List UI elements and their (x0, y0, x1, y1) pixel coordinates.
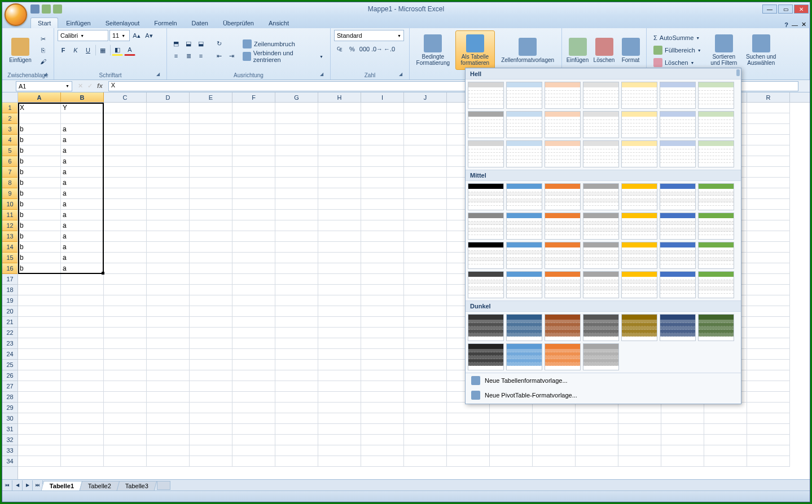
cell[interactable] (61, 435, 104, 445)
cell[interactable] (318, 274, 361, 285)
cell[interactable] (404, 188, 447, 199)
row-header[interactable]: 20 (2, 306, 17, 317)
cell[interactable] (190, 167, 232, 178)
table-style-thumbnail[interactable] (621, 183, 657, 210)
cell[interactable] (361, 113, 404, 124)
cell[interactable] (104, 360, 147, 370)
cell[interactable]: b (18, 253, 61, 263)
cell[interactable] (147, 285, 190, 295)
insert-cells-button[interactable]: Einfügen (565, 30, 590, 70)
cell[interactable] (318, 167, 361, 178)
increase-decimal-icon[interactable]: .0→ (371, 43, 383, 55)
merge-center-button[interactable]: Verbinden und zentrieren▼ (239, 50, 327, 63)
cell[interactable]: a (61, 220, 104, 231)
cell[interactable] (275, 113, 318, 124)
cell[interactable] (361, 370, 404, 381)
borders-icon[interactable]: ▦ (97, 45, 108, 56)
sort-filter-button[interactable]: Sortieren und Filtern (707, 30, 741, 70)
cell[interactable] (18, 113, 61, 124)
cell[interactable] (190, 242, 232, 253)
cell[interactable] (147, 178, 190, 188)
cell[interactable] (404, 113, 447, 124)
cell[interactable] (318, 328, 361, 338)
cell[interactable] (747, 381, 790, 392)
cell[interactable] (275, 424, 318, 435)
cell[interactable] (275, 413, 318, 424)
cell[interactable]: a (61, 242, 104, 253)
cell[interactable]: X (18, 103, 61, 113)
cell[interactable] (747, 156, 790, 167)
table-style-thumbnail[interactable] (468, 111, 504, 138)
cell[interactable] (18, 328, 61, 338)
cell[interactable] (190, 135, 232, 145)
cell[interactable] (104, 445, 147, 456)
cell[interactable] (361, 124, 404, 135)
row-header[interactable]: 13 (2, 231, 17, 242)
cell[interactable] (147, 242, 190, 253)
select-all-corner[interactable] (2, 92, 17, 103)
column-header[interactable]: D (147, 92, 190, 102)
cell[interactable] (61, 295, 104, 306)
cell[interactable] (361, 317, 404, 328)
cell[interactable] (404, 199, 447, 210)
cell[interactable]: a (61, 178, 104, 188)
cell[interactable] (275, 349, 318, 360)
cell[interactable] (275, 167, 318, 178)
cell[interactable] (190, 338, 232, 349)
cell[interactable] (190, 328, 232, 338)
cell[interactable] (232, 103, 275, 113)
row-header[interactable]: 21 (2, 317, 17, 328)
tab-ueberpruefen[interactable]: Überprüfen (216, 18, 261, 28)
cell[interactable] (18, 403, 61, 413)
cell[interactable] (232, 295, 275, 306)
row-header[interactable]: 1 (2, 103, 17, 113)
format-as-table-button[interactable]: Als Tabelle formatieren (455, 30, 495, 70)
cell[interactable] (18, 317, 61, 328)
cell[interactable]: Y (61, 103, 104, 113)
cell[interactable] (404, 103, 447, 113)
cell[interactable] (747, 274, 790, 285)
cell[interactable] (361, 413, 404, 424)
row-header[interactable]: 10 (2, 199, 17, 210)
paste-button[interactable]: Einfügen (6, 30, 35, 70)
orientation-icon[interactable]: ↻ (213, 38, 225, 49)
cell[interactable] (190, 103, 232, 113)
cell[interactable]: a (61, 156, 104, 167)
cell[interactable]: b (18, 124, 61, 135)
cell[interactable] (18, 424, 61, 435)
table-style-thumbnail[interactable] (506, 271, 542, 298)
cell[interactable] (104, 285, 147, 295)
cell[interactable] (704, 456, 747, 467)
tab-start[interactable]: Start (30, 17, 58, 28)
cell[interactable] (618, 424, 661, 435)
cell[interactable] (61, 360, 104, 370)
table-style-thumbnail[interactable] (583, 140, 619, 167)
cell[interactable] (232, 135, 275, 145)
undo-icon[interactable] (42, 5, 51, 14)
row-header[interactable]: 22 (2, 328, 17, 338)
cell[interactable] (618, 435, 661, 445)
table-style-thumbnail[interactable] (660, 314, 696, 341)
cell[interactable] (747, 317, 790, 328)
cell[interactable] (104, 253, 147, 263)
cell[interactable] (232, 360, 275, 370)
cell[interactable] (232, 274, 275, 285)
wrap-text-button[interactable]: Zeilenumbruch (239, 38, 327, 50)
tab-einfuegen[interactable]: Einfügen (59, 18, 97, 28)
cell[interactable] (190, 220, 232, 231)
table-style-thumbnail[interactable] (468, 271, 504, 298)
cell[interactable] (61, 306, 104, 317)
table-style-thumbnail[interactable] (698, 314, 734, 341)
cell[interactable] (404, 135, 447, 145)
align-middle-icon[interactable]: ⬓ (183, 38, 194, 49)
table-style-thumbnail[interactable] (583, 183, 619, 210)
cell[interactable] (104, 178, 147, 188)
table-style-thumbnail[interactable] (621, 140, 657, 167)
cell[interactable] (232, 167, 275, 178)
cell[interactable] (318, 360, 361, 370)
table-style-thumbnail[interactable] (583, 343, 619, 370)
cell[interactable] (318, 338, 361, 349)
table-style-thumbnail[interactable] (468, 82, 504, 109)
help-icon[interactable]: ? (784, 21, 788, 28)
cell[interactable] (232, 328, 275, 338)
